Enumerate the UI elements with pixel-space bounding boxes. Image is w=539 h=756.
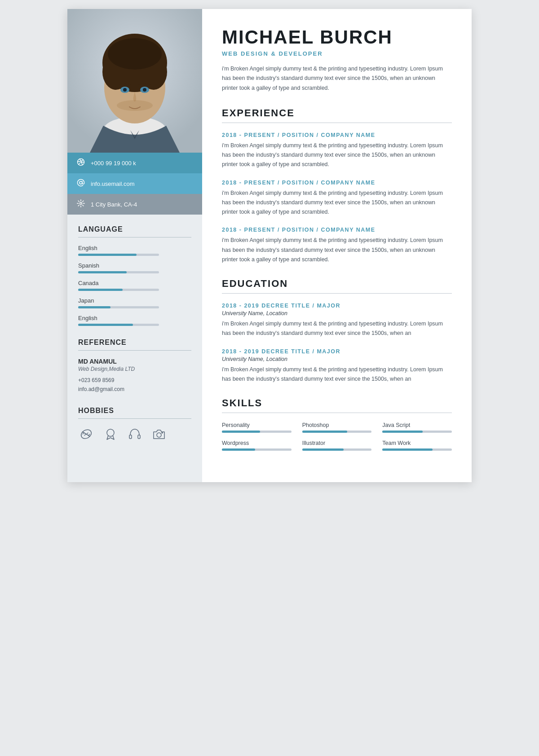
hobbies-divider	[78, 418, 191, 419]
contact-email: info.usemail.com	[67, 173, 202, 194]
svg-point-15	[80, 181, 82, 184]
education-divider	[222, 293, 452, 294]
resume-container: +000 99 19 000 k info.usemail.com	[67, 9, 472, 482]
reference-title: REFERENCE	[78, 338, 191, 347]
skill-track-5	[302, 448, 372, 451]
exp-period-1: 2018 - PRESENT / POSITION / COMPANY NAME	[222, 132, 452, 138]
skill-name-1: Personality	[222, 422, 292, 428]
experience-divider	[222, 123, 452, 123]
skill-fill-2	[302, 431, 348, 433]
edu-item-2: 2018 - 2019 DECREE TITLE / MAJOR Univers…	[222, 348, 452, 384]
lang-name-4: Japan	[78, 297, 191, 304]
svg-line-22	[88, 434, 90, 435]
exp-period-2: 2018 - PRESENT / POSITION / COMPANY NAME	[222, 180, 452, 186]
exp-desc-1: i'm Broken Angel simply dummy text & the…	[222, 141, 452, 170]
lang-name-1: English	[78, 245, 191, 251]
email-value: info.usemail.com	[91, 180, 135, 187]
lang-name-5: English	[78, 315, 191, 321]
lang-bar-fill-2	[78, 271, 127, 273]
skills-section: SKILLS Personality Photoshop Java Script	[222, 397, 452, 451]
skill-track-3	[382, 431, 452, 433]
lang-bar-track-5	[78, 324, 159, 326]
skill-track-1	[222, 431, 292, 433]
hobbies-title: HOBBIES	[78, 407, 191, 415]
skill-photoshop: Photoshop	[302, 422, 372, 433]
sidebar-content: LANGUAGE English Spanish Canada	[67, 215, 202, 466]
lang-bar-track-2	[78, 271, 159, 273]
skill-fill-5	[302, 448, 344, 451]
skill-name-6: Team Work	[382, 440, 452, 446]
main-content: MICHAEL BURCH WEB DESIGN & DEVELOPER i'm…	[202, 9, 472, 482]
lang-bar-fill-1	[78, 254, 137, 256]
skill-name-5: Illustrator	[302, 440, 372, 446]
svg-line-18	[83, 432, 90, 436]
edu-desc-1: i'm Broken Angel simply dummy text & the…	[222, 319, 452, 338]
svg-point-27	[162, 432, 163, 433]
hobbies-icons	[78, 426, 191, 442]
reference-divider	[78, 350, 191, 351]
svg-point-23	[107, 429, 114, 436]
svg-line-20	[84, 434, 86, 435]
skill-personality: Personality	[222, 422, 292, 433]
person-title: WEB DESIGN & DEVELOPER	[222, 50, 452, 57]
skill-name-4: Wordpress	[222, 440, 292, 446]
lang-name-2: Spanish	[78, 262, 191, 269]
edu-degree-1: 2018 - 2019 DECREE TITLE / MAJOR	[222, 303, 452, 309]
skills-heading: SKILLS	[222, 397, 452, 409]
lang-bar-track-4	[78, 306, 159, 308]
lang-name-3: Canada	[78, 280, 191, 286]
lang-item-4: Japan	[78, 297, 191, 308]
education-heading: EDUCATION	[222, 278, 452, 290]
lang-bar-fill-4	[78, 306, 110, 308]
profile-photo	[67, 9, 202, 153]
ref-contact-info: +023 659 8569 info.ad@gmail.com	[78, 376, 191, 394]
headphone-icon	[127, 426, 143, 442]
ref-email: info.ad@gmail.com	[78, 385, 191, 394]
football-icon	[78, 426, 94, 442]
svg-rect-24	[129, 435, 132, 439]
contact-location: 1 City Bank, CA-4	[67, 194, 202, 215]
lang-bar-fill-3	[78, 289, 123, 291]
skill-illustrator: Illustrator	[302, 440, 372, 451]
edu-degree-2: 2018 - 2019 DECREE TITLE / MAJOR	[222, 348, 452, 355]
experience-heading: EXPERIENCE	[222, 107, 452, 119]
svg-point-12	[143, 88, 146, 92]
svg-point-13	[117, 100, 153, 111]
lang-bar-fill-5	[78, 324, 133, 326]
email-icon	[76, 179, 85, 189]
exp-desc-3: i'm Broken Angel simply dummy text & the…	[222, 236, 452, 264]
skill-track-2	[302, 431, 372, 433]
camera-icon	[151, 426, 167, 442]
phone-value: +000 99 19 000 k	[91, 160, 136, 167]
ref-role: Web Design,Media LTD	[78, 366, 191, 372]
svg-point-16	[80, 202, 82, 205]
edu-desc-2: i'm Broken Angel simply dummy text & the…	[222, 365, 452, 384]
svg-point-11	[123, 88, 127, 92]
exp-desc-2: i'm Broken Angel simply dummy text & the…	[222, 189, 452, 217]
person-intro: i'm Broken Angel simply dummy text & the…	[222, 64, 452, 93]
exp-period-3: 2018 - PRESENT / POSITION / COMPANY NAME	[222, 227, 452, 233]
lang-bar-track-3	[78, 289, 159, 291]
exp-item-2: 2018 - PRESENT / POSITION / COMPANY NAME…	[222, 180, 452, 217]
skill-name-3: Java Script	[382, 422, 452, 428]
edu-item-1: 2018 - 2019 DECREE TITLE / MAJOR Univers…	[222, 303, 452, 338]
svg-line-21	[87, 433, 88, 434]
svg-point-26	[157, 433, 161, 437]
language-section: LANGUAGE English Spanish Canada	[78, 225, 191, 326]
phone-icon	[76, 158, 85, 168]
skill-fill-4	[222, 448, 255, 451]
education-section: EDUCATION 2018 - 2019 DECREE TITLE / MAJ…	[222, 278, 452, 384]
ref-phone: +023 659 8569	[78, 376, 191, 385]
lang-item-3: Canada	[78, 280, 191, 291]
experience-section: EXPERIENCE 2018 - PRESENT / POSITION / C…	[222, 107, 452, 264]
exp-item-3: 2018 - PRESENT / POSITION / COMPANY NAME…	[222, 227, 452, 264]
skill-track-4	[222, 448, 292, 451]
svg-rect-25	[138, 435, 140, 439]
person-name: MICHAEL BURCH	[222, 27, 452, 48]
hobbies-section: HOBBIES	[78, 407, 191, 442]
skill-fill-6	[382, 448, 432, 451]
exp-item-1: 2018 - PRESENT / POSITION / COMPANY NAME…	[222, 132, 452, 170]
lang-item-1: English	[78, 245, 191, 256]
skill-name-2: Photoshop	[302, 422, 372, 428]
svg-point-8	[108, 38, 162, 70]
